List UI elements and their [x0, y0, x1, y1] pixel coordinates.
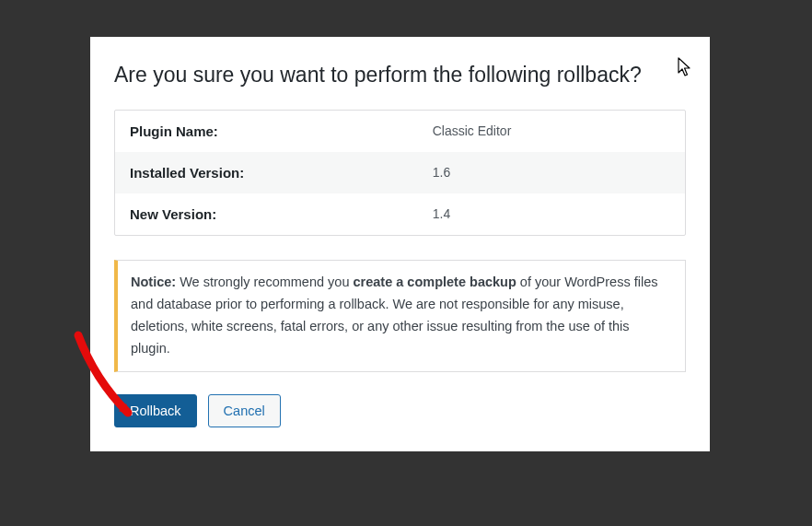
action-buttons: Rollback Cancel	[114, 394, 686, 427]
plugin-name-label: Plugin Name:	[130, 123, 433, 139]
table-row: Plugin Name: Classic Editor	[115, 111, 685, 152]
modal-heading: Are you sure you want to perform the fol…	[114, 63, 686, 88]
table-row: New Version: 1.4	[115, 193, 685, 235]
installed-version-value: 1.6	[433, 165, 670, 181]
new-version-label: New Version:	[130, 206, 433, 222]
table-row: Installed Version: 1.6	[115, 152, 685, 193]
rollback-confirm-modal: Are you sure you want to perform the fol…	[90, 37, 710, 451]
notice-bold: create a complete backup	[354, 275, 516, 289]
notice-prefix: Notice:	[131, 275, 176, 289]
notice-text-1: We strongly recommend you	[176, 275, 353, 289]
cancel-button[interactable]: Cancel	[208, 394, 281, 427]
rollback-button[interactable]: Rollback	[114, 394, 197, 427]
rollback-info-table: Plugin Name: Classic Editor Installed Ve…	[114, 110, 686, 236]
plugin-name-value: Classic Editor	[433, 123, 670, 139]
installed-version-label: Installed Version:	[130, 165, 433, 181]
warning-notice: Notice: We strongly recommend you create…	[114, 260, 686, 372]
new-version-value: 1.4	[433, 206, 670, 222]
